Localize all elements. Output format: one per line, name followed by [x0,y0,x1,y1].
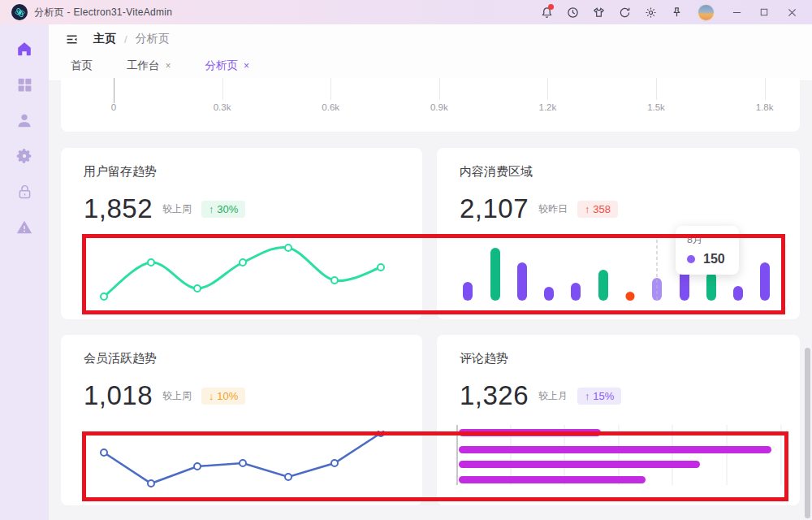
axis-tick [439,78,440,100]
stat-value: 2,107 [460,193,529,224]
breadcrumb-separator: / [124,33,127,46]
compare-label: 较昨日 [538,202,568,216]
axis-tick-label: 0.3k [214,102,231,112]
sidebar-item-lock[interactable] [6,174,42,210]
gear-icon [15,147,33,165]
tab-bar: 首页 工作台 × 分析页 × [49,54,812,81]
refresh-icon[interactable] [613,2,636,22]
close-button[interactable] [780,2,804,23]
home-icon [15,40,33,58]
tab-label: 首页 [71,58,93,73]
stat-value: 1,018 [84,380,153,411]
notification-badge [548,4,554,10]
sidebar-item-settings[interactable] [6,138,42,174]
tab-workbench[interactable]: 工作台 × [117,58,181,80]
tab-home[interactable]: 首页 [61,58,102,80]
settings-gear-icon[interactable] [639,2,662,22]
warning-icon [15,219,33,236]
tab-label: 分析页 [205,58,239,73]
axis-tick-label: 0 [111,102,116,112]
window-title: 分析页 - Electron31-ViteAdmin [34,6,172,20]
compare-label: 较上月 [538,389,568,403]
card-title: 用户留存趋势 [84,164,157,180]
sidebar-item-dashboard[interactable] [6,67,42,102]
axis-tick-label: 0.6k [322,102,339,112]
axis-tick-label: 0.9k [430,102,448,112]
trend-badge: ↓ 10% [201,388,245,405]
axis-tick-label: 1.5k [647,102,665,112]
axis-tick [330,78,331,100]
compare-label: 较上周 [162,202,192,216]
globe-icon[interactable] [561,2,584,22]
sidebar-item-home[interactable] [6,31,42,67]
breadcrumb-root[interactable]: 主页 [93,32,116,46]
tab-analysis[interactable]: 分析页 × [196,58,260,80]
axis-tick-label: 1.8k [756,102,774,112]
breadcrumb-bar: 主页 / 分析页 [49,24,812,54]
grid-icon [16,76,33,93]
notification-bell-icon[interactable] [535,2,558,22]
trend-badge: ↑ 15% [577,388,621,405]
trend-badge: ↑ 358 [577,201,618,218]
sidebar-item-user[interactable] [6,102,42,138]
titlebar: 分析页 - Electron31-ViteAdmin [0,0,812,24]
sidebar-item-warning[interactable] [6,210,42,245]
compare-label: 较上周 [162,389,192,403]
trend-badge: ↑ 30% [201,201,245,218]
breadcrumb-current: 分析页 [136,32,170,46]
vertical-scrollbar[interactable] [805,348,810,518]
theme-shirt-icon[interactable] [587,2,610,22]
sidebar-collapse-icon[interactable] [65,32,79,46]
axis-tick [222,78,223,100]
annotation-rect-top [82,234,785,314]
card-title: 内容消费区域 [460,164,533,180]
card-title: 评论趋势 [460,351,508,366]
app-logo-icon [11,4,28,20]
user-avatar[interactable] [698,4,715,21]
maximize-button[interactable] [752,2,776,23]
card-title: 会员活跃趋势 [84,351,157,366]
pin-icon[interactable] [665,2,688,22]
tab-close-icon[interactable]: × [244,60,249,72]
main-content: 00.3k0.6k0.9k1.2k1.5k1.8k 用户留存趋势 1,852 较… [49,81,812,520]
stat-value: 1,852 [84,193,153,224]
user-icon [15,111,33,129]
axis-tick [656,78,657,100]
axis-tick-label: 1.2k [539,102,557,112]
axis-tick [765,78,766,100]
annotation-rect-bottom [82,431,788,501]
tab-close-icon[interactable]: × [166,60,171,72]
sidebar [0,24,49,520]
minimize-button[interactable] [724,2,749,23]
tab-label: 工作台 [127,58,160,73]
axis-tick [114,78,114,103]
axis-tick [547,78,548,100]
lock-icon [16,184,33,201]
stat-value: 1,326 [460,380,529,411]
partial-axis-card: 00.3k0.6k0.9k1.2k1.5k1.8k [61,78,800,132]
